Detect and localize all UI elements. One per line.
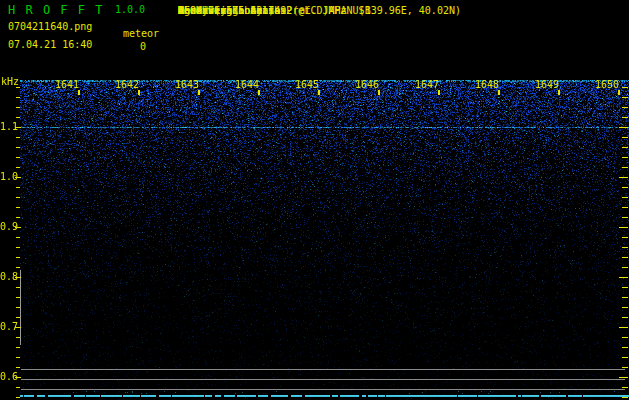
- freq-tick-right: [622, 357, 628, 358]
- freq-tick-left: [16, 347, 20, 348]
- freq-tick-right: [622, 387, 628, 388]
- freq-tick-right: [619, 277, 628, 278]
- freq-tick-right: [622, 187, 628, 188]
- freq-tick-left: [16, 107, 20, 108]
- freq-tick-right: [622, 347, 628, 348]
- freq-tick-left: [16, 117, 20, 118]
- time-tick-label: 1641: [53, 80, 79, 90]
- freq-tick-right: [619, 227, 628, 228]
- freq-tick-right: [622, 157, 628, 158]
- freq-tick-right: [622, 307, 628, 308]
- freq-tick-left: [16, 257, 20, 258]
- time-tick: [78, 90, 80, 95]
- freq-tick-left: [15, 377, 21, 378]
- output-filename: 0704211640.png: [8, 21, 92, 32]
- freq-tick-right: [622, 147, 628, 148]
- freq-tick-right: [622, 337, 628, 338]
- freq-tick-right: [622, 287, 628, 288]
- freq-tick-left: [16, 337, 20, 338]
- reference-line: [21, 389, 625, 390]
- freq-tick-left: [16, 237, 20, 238]
- hrofft-screenshot: H R O F F T 1.0.0 0704211640.png meteor …: [0, 0, 629, 400]
- freq-tick-left: [16, 307, 20, 308]
- freq-tick-right: [619, 327, 628, 328]
- freq-tick-label: 0.6: [0, 372, 15, 382]
- freq-tick-right: [622, 367, 628, 368]
- reference-line: [21, 379, 625, 380]
- freq-tick-left: [16, 167, 20, 168]
- time-tick-label: 1645: [293, 80, 319, 90]
- freq-tick-left: [16, 367, 20, 368]
- freq-tick-left: [15, 127, 21, 128]
- time-tick: [618, 90, 620, 95]
- time-tick: [258, 90, 260, 95]
- freq-tick-left: [16, 97, 20, 98]
- freq-tick-label: 0.7: [0, 322, 15, 332]
- freq-tick-right: [622, 167, 628, 168]
- freq-tick-left: [15, 277, 21, 278]
- freq-tick-left: [15, 327, 21, 328]
- time-tick: [498, 90, 500, 95]
- freq-tick-left: [16, 197, 20, 198]
- meteor-count: 0: [140, 41, 146, 52]
- time-tick: [438, 90, 440, 95]
- signal-level-bar: [20, 270, 21, 345]
- freq-tick-right: [622, 247, 628, 248]
- freq-tick-left: [16, 267, 20, 268]
- freq-tick-left: [16, 157, 20, 158]
- freq-tick-right: [622, 297, 628, 298]
- time-tick-label: 1644: [233, 80, 259, 90]
- freq-tick-right: [619, 127, 628, 128]
- freq-tick-right: [622, 197, 628, 198]
- freq-tick-right: [622, 237, 628, 238]
- time-tick: [138, 90, 140, 95]
- freq-tick-left: [16, 187, 20, 188]
- time-tick-label: 1650: [593, 80, 619, 90]
- freq-tick-right: [622, 317, 628, 318]
- station-info-row: Receiving antenna:A504HB(yagi 4el): [178, 5, 274, 17]
- freq-tick-label: 0.8: [0, 272, 15, 282]
- freq-tick-right: [622, 97, 628, 98]
- freq-tick-label: 1.0: [0, 172, 15, 182]
- freq-tick-right: [622, 217, 628, 218]
- freq-tick-right: [622, 257, 628, 258]
- freq-tick-left: [16, 87, 20, 88]
- mode-label: meteor: [123, 28, 159, 39]
- freq-tick-right: [619, 177, 628, 178]
- freq-tick-left: [16, 387, 20, 388]
- freq-tick-left: [16, 217, 20, 218]
- time-tick-label: 1642: [113, 80, 139, 90]
- time-tick: [318, 90, 320, 95]
- freq-tick-label: 0.9: [0, 222, 15, 232]
- freq-tick-left: [16, 147, 20, 148]
- freq-tick-right: [622, 267, 628, 268]
- freq-tick-left: [16, 207, 20, 208]
- time-tick: [198, 90, 200, 95]
- y-axis-unit-label: kHz: [1, 76, 19, 87]
- time-tick: [378, 90, 380, 95]
- freq-tick-left: [16, 357, 20, 358]
- freq-tick-right: [622, 117, 628, 118]
- freq-tick-left: [16, 317, 20, 318]
- freq-tick-label: 1.1: [0, 122, 15, 132]
- time-tick-label: 1643: [173, 80, 199, 90]
- freq-tick-right: [622, 107, 628, 108]
- freq-tick-left: [15, 227, 21, 228]
- freq-tick-right: [622, 87, 628, 88]
- time-tick-label: 1647: [413, 80, 439, 90]
- freq-tick-left: [16, 287, 20, 288]
- freq-tick-right: [619, 377, 628, 378]
- capture-datetime: 07.04.21 16:40: [8, 39, 92, 50]
- app-title: H R O F F T: [8, 3, 104, 17]
- time-tick-label: 1649: [533, 80, 559, 90]
- freq-tick-right: [622, 207, 628, 208]
- time-tick-label: 1646: [353, 80, 379, 90]
- app-version: 1.0.0: [115, 4, 145, 15]
- freq-tick-left: [16, 297, 20, 298]
- freq-tick-right: [622, 137, 628, 138]
- freq-tick-left: [15, 177, 21, 178]
- freq-tick-left: [16, 397, 20, 398]
- time-tick-label: 1648: [473, 80, 499, 90]
- freq-tick-left: [16, 137, 20, 138]
- freq-tick-right: [622, 397, 628, 398]
